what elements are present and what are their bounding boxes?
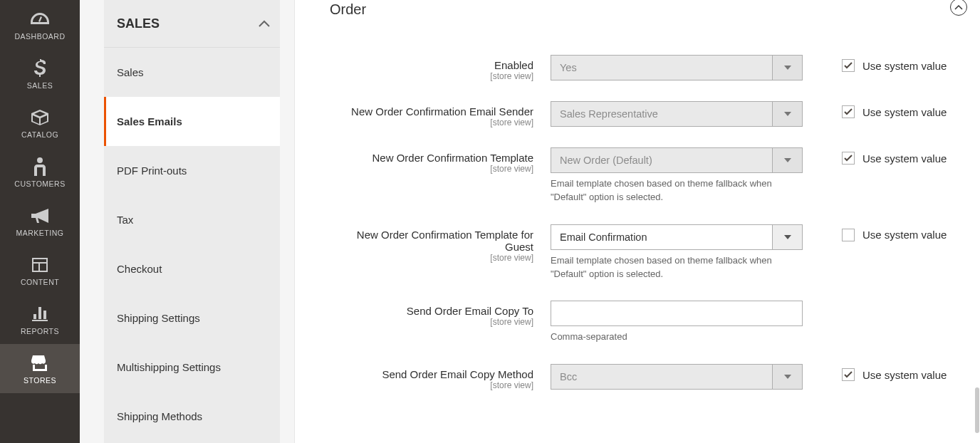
field-template: New Order Confirmation Template [store v… bbox=[330, 147, 973, 204]
sub-nav-item-tax[interactable]: Tax bbox=[104, 195, 280, 244]
use-system-label: Use system value bbox=[862, 369, 947, 381]
admin-left-nav: DASHBOARD SALES CATALOG CUSTOMERS MARKET… bbox=[0, 0, 80, 443]
field-label: New Order Confirmation Template bbox=[330, 152, 533, 164]
nav-content[interactable]: CONTENT bbox=[0, 246, 80, 295]
use-system-label: Use system value bbox=[862, 229, 947, 241]
scope-label: [store view] bbox=[330, 317, 533, 327]
config-sub-nav: SALES Sales Sales Emails PDF Print-outs … bbox=[80, 0, 295, 443]
layout-icon bbox=[30, 255, 50, 275]
fields-container: Enabled [store view] Yes Use system valu… bbox=[330, 29, 973, 390]
storefront-icon bbox=[30, 353, 50, 373]
scope-label: [store view] bbox=[330, 71, 533, 81]
select-value: Bcc bbox=[551, 371, 772, 382]
guest-template-select[interactable]: Email Confirmation bbox=[551, 224, 803, 250]
nav-marketing[interactable]: MARKETING bbox=[0, 197, 80, 246]
dashboard-icon bbox=[30, 9, 50, 29]
nav-catalog[interactable]: CATALOG bbox=[0, 98, 80, 147]
nav-reports[interactable]: REPORTS bbox=[0, 295, 80, 344]
dollar-icon bbox=[30, 58, 50, 78]
field-label: Enabled bbox=[330, 59, 533, 71]
sub-nav-label: Shipping Methods bbox=[117, 410, 202, 422]
field-label: New Order Confirmation Email Sender bbox=[330, 105, 533, 118]
use-system-checkbox[interactable] bbox=[842, 152, 855, 165]
section-title: Order bbox=[330, 1, 366, 17]
helper-text: Comma-separated bbox=[551, 330, 803, 344]
nav-label: REPORTS bbox=[21, 327, 59, 335]
megaphone-icon bbox=[30, 206, 50, 226]
use-system-checkbox[interactable] bbox=[842, 229, 855, 241]
field-enabled: Enabled [store view] Yes Use system valu… bbox=[330, 55, 973, 81]
sub-nav-section-sales[interactable]: SALES bbox=[104, 0, 280, 48]
use-system-checkbox[interactable] bbox=[842, 368, 855, 381]
chevron-up-icon bbox=[259, 16, 270, 31]
field-label: Send Order Email Copy To bbox=[330, 305, 533, 317]
select-value: Email Confirmation bbox=[551, 231, 772, 243]
nav-stores[interactable]: STORES bbox=[0, 344, 80, 393]
dropdown-icon bbox=[772, 148, 802, 172]
sub-nav-item-multishipping[interactable]: Multishipping Settings bbox=[104, 343, 280, 392]
select-value: Yes bbox=[551, 62, 772, 73]
enabled-select: Yes bbox=[551, 55, 803, 80]
nav-label: MARKETING bbox=[16, 229, 64, 237]
select-value: Sales Representative bbox=[551, 108, 772, 120]
nav-customers[interactable]: CUSTOMERS bbox=[0, 147, 80, 197]
scrollbar[interactable] bbox=[974, 0, 980, 443]
field-label: Send Order Email Copy Method bbox=[330, 368, 533, 380]
sub-nav-item-sales[interactable]: Sales bbox=[104, 48, 280, 97]
scope-label: [store view] bbox=[330, 380, 533, 390]
sub-nav-label: Tax bbox=[117, 214, 133, 226]
main-content: Order Enabled [store view] Yes Use syste… bbox=[295, 0, 980, 443]
nav-label: CONTENT bbox=[21, 278, 59, 286]
nav-label: DASHBOARD bbox=[14, 32, 65, 41]
sub-nav-label: Sales Emails bbox=[117, 115, 182, 127]
nav-sales[interactable]: SALES bbox=[0, 49, 80, 98]
field-sender: New Order Confirmation Email Sender [sto… bbox=[330, 101, 973, 127]
sub-nav-item-shipping-methods[interactable]: Shipping Methods bbox=[104, 392, 280, 441]
dropdown-icon bbox=[772, 365, 802, 389]
helper-text: Email template chosen based on theme fal… bbox=[551, 177, 803, 204]
use-system-label: Use system value bbox=[862, 152, 947, 165]
nav-label: STORES bbox=[24, 376, 56, 385]
person-icon bbox=[30, 157, 50, 177]
sub-nav-label: Shipping Settings bbox=[117, 312, 200, 324]
use-system-checkbox[interactable] bbox=[842, 59, 855, 72]
nav-label: SALES bbox=[27, 81, 53, 90]
field-guest-template: New Order Confirmation Template for Gues… bbox=[330, 224, 973, 281]
use-system-checkbox[interactable] bbox=[842, 105, 855, 118]
copy-to-input[interactable] bbox=[551, 301, 803, 326]
dropdown-icon bbox=[772, 225, 802, 249]
field-copy-to: Send Order Email Copy To [store view] Co… bbox=[330, 301, 973, 344]
template-select: New Order (Default) bbox=[551, 147, 803, 173]
sub-nav-item-checkout[interactable]: Checkout bbox=[104, 244, 280, 293]
scope-label: [store view] bbox=[330, 118, 533, 127]
scope-label: [store view] bbox=[330, 253, 533, 263]
use-system-label: Use system value bbox=[862, 106, 947, 118]
collapse-button[interactable] bbox=[950, 0, 967, 16]
sender-select: Sales Representative bbox=[551, 101, 803, 127]
nav-label: CATALOG bbox=[21, 130, 58, 139]
dropdown-icon bbox=[772, 56, 802, 80]
field-label: New Order Confirmation Template for Gues… bbox=[330, 229, 533, 253]
sub-nav-label: Sales bbox=[117, 66, 144, 78]
box-icon bbox=[30, 108, 50, 127]
dropdown-icon bbox=[772, 102, 802, 126]
scope-label: [store view] bbox=[330, 164, 533, 174]
sub-nav-label: PDF Print-outs bbox=[117, 165, 187, 177]
sub-nav-label: Checkout bbox=[117, 263, 162, 275]
nav-label: CUSTOMERS bbox=[14, 179, 65, 188]
nav-dashboard[interactable]: DASHBOARD bbox=[0, 0, 80, 49]
sub-nav-item-shipping-settings[interactable]: Shipping Settings bbox=[104, 293, 280, 343]
helper-text: Email template chosen based on theme fal… bbox=[551, 254, 803, 281]
use-system-label: Use system value bbox=[862, 60, 947, 72]
field-copy-method: Send Order Email Copy Method [store view… bbox=[330, 364, 973, 390]
sub-nav-label: Multishipping Settings bbox=[117, 361, 221, 373]
chevron-up-icon bbox=[954, 4, 963, 10]
sub-nav-header-label: SALES bbox=[117, 16, 160, 31]
sub-nav-item-pdf[interactable]: PDF Print-outs bbox=[104, 146, 280, 195]
select-value: New Order (Default) bbox=[551, 155, 772, 166]
bar-chart-icon bbox=[30, 304, 50, 324]
section-header-order[interactable]: Order bbox=[330, 0, 973, 29]
sub-nav-item-sales-emails[interactable]: Sales Emails bbox=[104, 97, 280, 146]
copy-method-select: Bcc bbox=[551, 364, 803, 390]
